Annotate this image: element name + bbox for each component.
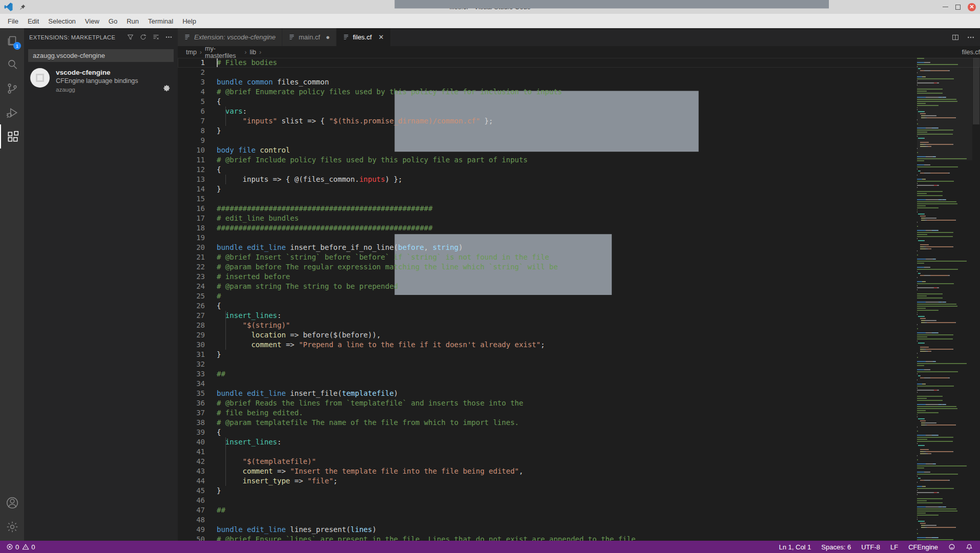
breadcrumb-item[interactable]: lib (250, 49, 257, 56)
code-line[interactable]: 36# @brief Reads the lines from `templat… (178, 398, 980, 408)
code-line[interactable]: 35bundle edit_line insert_file(templatef… (178, 389, 980, 398)
activity-extensions[interactable] (0, 124, 24, 148)
code-line[interactable]: 4# @brief Enumerate policy files used by… (178, 87, 980, 97)
code-line[interactable]: 49bundle edit_line lines_present(lines) (178, 525, 980, 535)
code-line[interactable]: 30 comment => "Prepend a line to the fil… (178, 340, 980, 350)
code-line[interactable]: 34 (178, 379, 980, 389)
menu-terminal[interactable]: Terminal (143, 15, 178, 27)
filter-icon[interactable] (127, 33, 134, 41)
code-line[interactable]: 47## (178, 505, 980, 515)
activity-run-debug[interactable] (0, 100, 24, 124)
code-line[interactable]: 43 comment => "Insert the template file … (178, 466, 980, 476)
code-line[interactable]: 45} (178, 486, 980, 496)
code-line[interactable]: 26{ (178, 301, 980, 311)
breadcrumb-item[interactable]: my-masterfiles (205, 45, 241, 59)
menu-edit[interactable]: Edit (23, 15, 44, 27)
minimap-line (917, 162, 972, 163)
indent-guide (225, 476, 226, 486)
more-actions-icon[interactable] (165, 33, 173, 41)
code-line[interactable]: 6 vars: (178, 107, 980, 116)
menu-selection[interactable]: Selection (44, 15, 80, 27)
activity-explorer[interactable]: 1 (0, 28, 24, 52)
status-notifications-bell-icon[interactable] (966, 543, 973, 550)
code-line[interactable]: 5{ (178, 97, 980, 107)
line-number: 21 (178, 252, 205, 262)
code-line[interactable]: 23# inserted before (178, 272, 980, 282)
code-line[interactable]: 20bundle edit_line insert_before_if_no_l… (178, 243, 980, 252)
status-cfengine[interactable]: CFEngine (908, 543, 938, 551)
code-line[interactable]: 44 insert_type => "file"; (178, 476, 980, 486)
code-line[interactable]: 50# @brief Ensure `lines` are present in… (178, 535, 980, 541)
code-line[interactable]: 12{ (178, 165, 980, 175)
extension-list-item[interactable]: vscode-cfengine CFEngine language bindin… (24, 62, 178, 99)
close-button[interactable]: ✕ (968, 3, 976, 11)
code-line[interactable]: 8} (178, 126, 980, 136)
status-lf[interactable]: LF (890, 543, 898, 551)
menu-run[interactable]: Run (122, 15, 143, 27)
code-line[interactable]: 16######################################… (178, 204, 980, 214)
code-line[interactable]: 1# Files bodies (178, 58, 980, 68)
code-line[interactable]: 11# @brief Include policy files used by … (178, 155, 980, 165)
code-line[interactable]: 42 "$(templatefile)" (178, 457, 980, 466)
code-line[interactable]: 38# @param templatefile The name of the … (178, 418, 980, 428)
scrollbar-thumb[interactable] (973, 58, 979, 124)
status-spaces[interactable]: Spaces: 6 (821, 543, 851, 551)
menu-help[interactable]: Help (178, 15, 201, 27)
activity-search[interactable] (0, 52, 24, 76)
code-line[interactable]: 28 "$(string)" (178, 321, 980, 330)
code-line[interactable]: 41 (178, 447, 980, 457)
code-line[interactable]: 15 (178, 194, 980, 204)
code-line[interactable]: 19 (178, 233, 980, 243)
code-line[interactable]: 21# @brief Insert `string` before `befor… (178, 252, 980, 262)
menu-file[interactable]: File (3, 15, 23, 27)
status-warnings[interactable]: 0 (22, 543, 35, 551)
refresh-icon[interactable] (139, 33, 147, 41)
accounts-button[interactable] (0, 491, 24, 515)
line-number: 23 (178, 272, 205, 282)
breadcrumb-item[interactable]: tmp (186, 49, 197, 56)
code-line[interactable]: 10body file control (178, 145, 980, 155)
code-line[interactable]: 37# file being edited. (178, 408, 980, 418)
code-line[interactable]: 27 insert_lines: (178, 311, 980, 321)
line-content: } (205, 486, 221, 496)
code-line[interactable]: 24# @param string The string to be prepe… (178, 282, 980, 291)
settings-button[interactable] (0, 515, 24, 539)
code-line[interactable]: 9 (178, 136, 980, 145)
vertical-scrollbar[interactable] (972, 58, 980, 541)
code-line[interactable]: 22# @param before The regular expression… (178, 262, 980, 272)
code-line[interactable]: 7 "inputs" slist => { "$(this.promise_di… (178, 116, 980, 126)
menu-go[interactable]: Go (104, 15, 122, 27)
line-content: bundle edit_line insert_file(templatefil… (205, 389, 398, 398)
code-line[interactable]: 2 (178, 68, 980, 77)
code-line[interactable]: 3bundle common files_common (178, 77, 980, 87)
code-line[interactable]: 13 inputs => { @(files_common.inputs) }; (178, 175, 980, 184)
code-line[interactable]: 32 (178, 359, 980, 369)
code-line[interactable]: 31} (178, 350, 980, 359)
code-editor[interactable]: 1# Files bodies23bundle common files_com… (178, 58, 980, 541)
extensions-search-input[interactable] (29, 50, 173, 61)
code-line[interactable]: 39{ (178, 428, 980, 437)
code-line[interactable]: 14} (178, 184, 980, 194)
status-ln-1-col-1[interactable]: Ln 1, Col 1 (779, 543, 811, 551)
code-line[interactable]: 17# edit_line bundles (178, 214, 980, 223)
code-line[interactable]: 46 (178, 496, 980, 505)
code-line[interactable]: 29 location => before($(before)), (178, 330, 980, 340)
menu-view[interactable]: View (80, 15, 104, 27)
activity-source-control[interactable] (0, 76, 24, 100)
code-line[interactable]: 33## (178, 369, 980, 379)
minimap-line (917, 519, 972, 520)
code-line[interactable]: 18######################################… (178, 223, 980, 233)
code-line[interactable]: 48 (178, 515, 980, 525)
status-errors[interactable]: 0 (6, 543, 19, 551)
breadcrumb-item[interactable]: files.cf (962, 49, 980, 56)
minimap-line (917, 539, 972, 540)
editor-more-actions-icon[interactable] (967, 33, 975, 41)
minimap-viewport[interactable] (917, 58, 972, 160)
status-feedback-icon[interactable] (948, 543, 955, 550)
status-utf-8[interactable]: UTF-8 (861, 543, 880, 551)
extension-manage-gear-icon[interactable] (163, 84, 171, 94)
clear-search-icon[interactable] (152, 33, 160, 41)
code-line[interactable]: 25# (178, 291, 980, 301)
minimap[interactable] (917, 58, 972, 541)
code-line[interactable]: 40 insert_lines: (178, 437, 980, 447)
